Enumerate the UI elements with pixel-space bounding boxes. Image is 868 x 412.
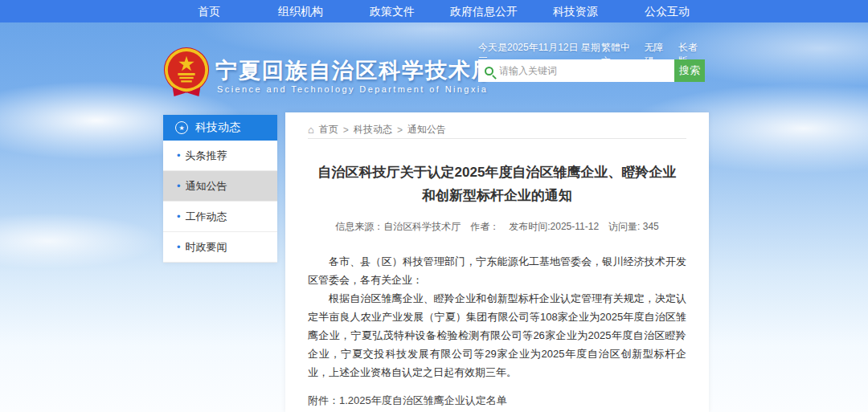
search-input[interactable] (499, 59, 674, 82)
breadcrumb: ⌂ 首页 > 科技动态 > 通知公告 (308, 112, 686, 139)
article-meta: 信息来源：自治区科学技术厅 作者： 发布时间:2025-11-12 访问量: 3… (308, 220, 686, 234)
top-navbar: 首页 组织机构 政策文件 政府信息公开 科技资源 公众互动 (0, 0, 868, 22)
bullet-icon: • (177, 180, 181, 192)
home-icon: ⌂ (308, 124, 314, 136)
nav-item-sci-resources[interactable]: 科技资源 (530, 0, 621, 22)
search-icon (485, 67, 493, 75)
bullet-icon: • (177, 210, 181, 222)
nav-item-gov-info[interactable]: 政府信息公开 (438, 0, 530, 22)
bullet-icon: • (177, 241, 181, 253)
nav-item-public-interaction[interactable]: 公众互动 (621, 0, 713, 22)
attachments-block: 附件： 1.2025年度自治区雏鹰企业认定名单 2.2025年度自治区瞪羚企业认… (308, 391, 686, 412)
nav-item-organization[interactable]: 组织机构 (255, 0, 346, 22)
sidebar-item-politics-news[interactable]: •时政要闻 (163, 232, 277, 263)
search-button[interactable]: 搜索 (674, 59, 705, 82)
star-circle-icon: ★ (175, 121, 188, 134)
sidebar-item-headlines[interactable]: •头条推荐 (163, 141, 277, 171)
sidebar: ★ 科技动态 •头条推荐 •通知公告 •工作动态 •时政要闻 (163, 115, 277, 263)
article-body: 各市、县（区）科技管理部门，宁东能源化工基地管委会，银川经济技术开发区管委会，各… (308, 252, 686, 381)
site-subtitle: Science and Technology Department of Nin… (217, 84, 488, 94)
article-panel: ⌂ 首页 > 科技动态 > 通知公告 自治区科技厅关于认定2025年度自治区雏鹰… (285, 112, 709, 412)
attachments-label: 附件： (308, 391, 339, 412)
search-bar: 搜索 (478, 59, 705, 82)
sidebar-item-work-news[interactable]: •工作动态 (163, 202, 277, 232)
sidebar-item-notices[interactable]: •通知公告 (163, 171, 277, 202)
breadcrumb-home[interactable]: 首页 (319, 123, 338, 137)
breadcrumb-notices[interactable]: 通知公告 (407, 123, 446, 137)
meta-visit-count: 访问量: 345 (608, 220, 659, 234)
nav-item-home[interactable]: 首页 (163, 0, 255, 22)
sidebar-title: 科技动态 (195, 120, 240, 135)
site-title: 宁夏回族自治区科学技术厅 (215, 56, 495, 85)
meta-publish-date: 发布时间:2025-11-12 (509, 220, 599, 234)
article-paragraph: 根据自治区雏鹰企业、瞪羚企业和创新型标杆企业认定管理有关规定，决定认定半亩良人农… (308, 289, 686, 381)
breadcrumb-sci-news[interactable]: 科技动态 (354, 123, 392, 137)
article-title: 自治区科技厅关于认定2025年度自治区雏鹰企业、瞪羚企业 和创新型标杆企业的通知 (308, 161, 686, 207)
meta-source: 信息来源：自治区科学技术厅 (335, 220, 461, 234)
nav-item-policy[interactable]: 政策文件 (346, 0, 438, 22)
national-emblem-logo (163, 46, 210, 99)
bullet-icon: • (177, 149, 181, 161)
meta-author: 作者： (470, 220, 499, 234)
article-paragraph: 各市、县（区）科技管理部门，宁东能源化工基地管委会，银川经济技术开发区管委会，各… (308, 252, 686, 289)
attachment-link-1[interactable]: 1.2025年度自治区雏鹰企业认定名单 (339, 391, 538, 410)
sidebar-header: ★ 科技动态 (163, 115, 277, 141)
